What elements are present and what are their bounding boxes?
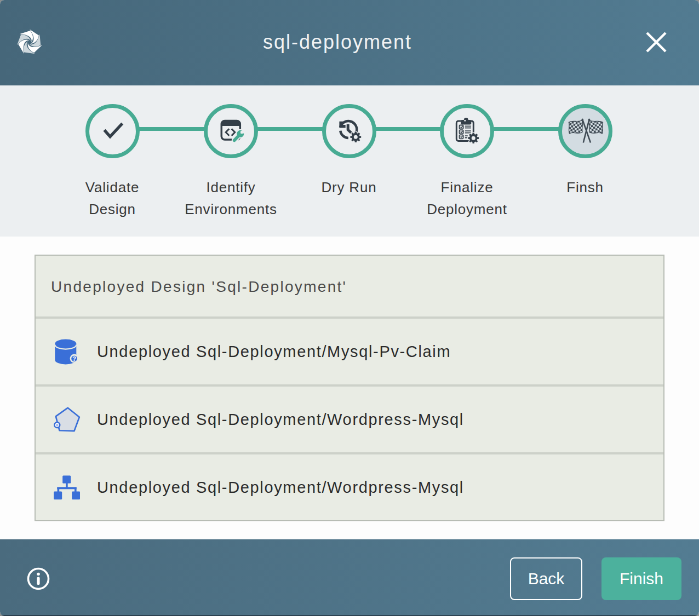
svg-text:?: ? (72, 355, 76, 362)
